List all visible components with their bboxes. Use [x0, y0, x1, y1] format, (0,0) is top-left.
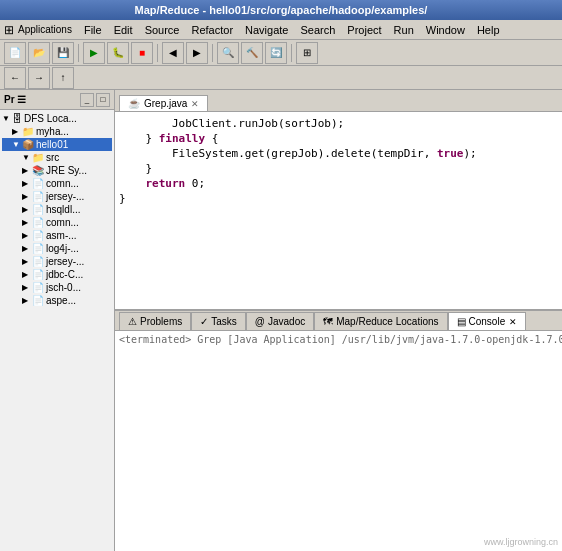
- tree-arrow: ▶: [22, 270, 32, 279]
- tree-item[interactable]: ▶📄jersey-...: [2, 190, 112, 203]
- tree-item[interactable]: ▼📦hello01: [2, 138, 112, 151]
- pe-minimize[interactable]: _: [80, 93, 94, 107]
- tree-arrow: ▶: [22, 244, 32, 253]
- console-output[interactable]: <terminated> Grep [Java Application] /us…: [115, 331, 562, 551]
- tree-icon: 📄: [32, 204, 44, 215]
- tree-arrow: ▶: [22, 192, 32, 201]
- tree-arrow: ▼: [22, 153, 32, 162]
- perspective-btn[interactable]: ⊞: [296, 42, 318, 64]
- right-panel: ☕ Grep.java ✕ JobClient.runJob(sortJob);…: [115, 90, 562, 551]
- tree-item[interactable]: ▶📄hsqldl...: [2, 203, 112, 216]
- tree-item[interactable]: ▼🗄DFS Loca...: [2, 112, 112, 125]
- tree-arrow: ▶: [22, 257, 32, 266]
- menu-project[interactable]: Project: [341, 23, 387, 37]
- bottom-tabs: ⚠Problems ✓Tasks @Javadoc 🗺Map/Reduce Lo…: [115, 311, 562, 331]
- forward-btn[interactable]: →: [28, 67, 50, 89]
- debug-btn[interactable]: 🐛: [107, 42, 129, 64]
- tree-label: asm-...: [46, 230, 77, 241]
- menu-source[interactable]: Source: [139, 23, 186, 37]
- code-line-2: } finally {: [119, 131, 558, 146]
- menu-edit[interactable]: Edit: [108, 23, 139, 37]
- tree-icon: 📄: [32, 230, 44, 241]
- open-btn[interactable]: 📂: [28, 42, 50, 64]
- menu-refactor[interactable]: Refactor: [185, 23, 239, 37]
- prev-btn[interactable]: ◀: [162, 42, 184, 64]
- menu-search[interactable]: Search: [294, 23, 341, 37]
- tree-item[interactable]: ▶📄aspe...: [2, 294, 112, 307]
- tree-arrow: ▶: [22, 231, 32, 240]
- menu-navigate[interactable]: Navigate: [239, 23, 294, 37]
- tree-label: aspe...: [46, 295, 76, 306]
- tree-arrow: ▶: [22, 205, 32, 214]
- menu-run[interactable]: Run: [388, 23, 420, 37]
- code-line-3: FileSystem.get(grepJob).delete(tempDir, …: [119, 146, 558, 161]
- tree-icon: 🗄: [12, 113, 22, 124]
- tree-item[interactable]: ▶📄jersey-...: [2, 255, 112, 268]
- editor-tab-grep[interactable]: ☕ Grep.java ✕: [119, 95, 208, 111]
- save-btn[interactable]: 💾: [52, 42, 74, 64]
- tree-item[interactable]: ▶📄log4j-...: [2, 242, 112, 255]
- tree-item[interactable]: ▶📄jsch-0...: [2, 281, 112, 294]
- tree-icon: 📄: [32, 295, 44, 306]
- tree-arrow: ▼: [12, 140, 22, 149]
- tree-item[interactable]: ▶📄comn...: [2, 177, 112, 190]
- stop-btn[interactable]: ■: [131, 42, 153, 64]
- tree-label: jersey-...: [46, 191, 84, 202]
- tree-icon: 📁: [22, 126, 34, 137]
- tree-icon: 📦: [22, 139, 34, 150]
- tab-console[interactable]: ▤Console ✕: [448, 312, 527, 330]
- mapreduce-icon: 🗺: [323, 316, 333, 327]
- build-btn[interactable]: 🔨: [241, 42, 263, 64]
- pe-maximize[interactable]: □: [96, 93, 110, 107]
- toolbar2: ← → ↑: [0, 66, 562, 90]
- app-title: Applications: [18, 24, 72, 35]
- tree-label: comn...: [46, 217, 79, 228]
- up-btn[interactable]: ↑: [52, 67, 74, 89]
- tree-icon: 📚: [32, 165, 44, 176]
- javadoc-icon: @: [255, 316, 265, 327]
- editor-tabs: ☕ Grep.java ✕: [115, 90, 562, 112]
- tab-javadoc[interactable]: @Javadoc: [246, 312, 314, 330]
- console-close[interactable]: ✕: [509, 317, 517, 327]
- menu-items: File Edit Source Refactor Navigate Searc…: [78, 23, 506, 37]
- tree-arrow: ▶: [22, 179, 32, 188]
- tab-tasks[interactable]: ✓Tasks: [191, 312, 246, 330]
- toolbar: 📄 📂 💾 ▶ 🐛 ■ ◀ ▶ 🔍 🔨 🔄 ⊞: [0, 40, 562, 66]
- left-panel: Pr ☰ _ □ ▼🗄DFS Loca...▶📁myha...▼📦hello01…: [0, 90, 115, 551]
- next-btn[interactable]: ▶: [186, 42, 208, 64]
- refresh-btn[interactable]: 🔄: [265, 42, 287, 64]
- search-btn[interactable]: 🔍: [217, 42, 239, 64]
- tab-problems[interactable]: ⚠Problems: [119, 312, 191, 330]
- tree-item[interactable]: ▶📁myha...: [2, 125, 112, 138]
- tab-mapreduce[interactable]: 🗺Map/Reduce Locations: [314, 312, 447, 330]
- pe-actions: _ □: [80, 93, 110, 107]
- tree-item[interactable]: ▶📚JRE Sy...: [2, 164, 112, 177]
- code-editor[interactable]: JobClient.runJob(sortJob); } finally { F…: [115, 112, 562, 311]
- menu-bar: ⊞ Applications File Edit Source Refactor…: [0, 20, 562, 40]
- tree-label: myha...: [36, 126, 69, 137]
- tab-close[interactable]: ✕: [191, 99, 199, 109]
- tree-item[interactable]: ▶📄comn...: [2, 216, 112, 229]
- tree-icon: 📄: [32, 217, 44, 228]
- tree-label: log4j-...: [46, 243, 79, 254]
- tree-label: src: [46, 152, 59, 163]
- tree-area: ▼🗄DFS Loca...▶📁myha...▼📦hello01▼📁src▶📚JR…: [0, 110, 114, 551]
- menu-help[interactable]: Help: [471, 23, 506, 37]
- back-btn[interactable]: ←: [4, 67, 26, 89]
- tree-item[interactable]: ▼📁src: [2, 151, 112, 164]
- tree-icon: 📄: [32, 191, 44, 202]
- tree-arrow: ▶: [22, 166, 32, 175]
- code-line-4: }: [119, 161, 558, 176]
- menu-window[interactable]: Window: [420, 23, 471, 37]
- tree-icon: 📁: [32, 152, 44, 163]
- tree-item[interactable]: ▶📄jdbc-C...: [2, 268, 112, 281]
- tree-arrow: ▶: [12, 127, 22, 136]
- tree-icon: 📄: [32, 269, 44, 280]
- tree-arrow: ▼: [2, 114, 12, 123]
- new-btn[interactable]: 📄: [4, 42, 26, 64]
- run-btn[interactable]: ▶: [83, 42, 105, 64]
- tree-label: hsqldl...: [46, 204, 80, 215]
- tree-item[interactable]: ▶📄asm-...: [2, 229, 112, 242]
- menu-file[interactable]: File: [78, 23, 108, 37]
- console-terminated: <terminated> Grep [Java Application] /us…: [119, 333, 558, 347]
